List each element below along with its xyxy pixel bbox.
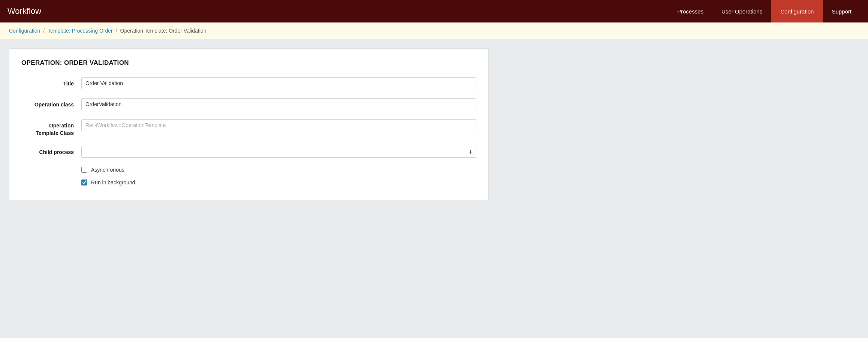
breadcrumb-sep-2: /	[116, 28, 117, 34]
checkbox-run-in-background[interactable]	[81, 179, 87, 185]
checkbox-asynchronous[interactable]	[81, 167, 87, 173]
checkbox-item-run-in-background[interactable]: Run in background	[81, 179, 476, 185]
nav-link-configuration[interactable]: Configuration	[771, 0, 823, 22]
breadcrumb-template[interactable]: Template: Processing Order	[48, 28, 113, 34]
input-title[interactable]	[81, 77, 476, 89]
checkbox-label-run-in-background: Run in background	[91, 179, 135, 185]
label-operation-class: Operation class	[21, 98, 81, 109]
breadcrumb: Configuration / Template: Processing Ord…	[9, 28, 859, 34]
checkbox-label-asynchronous: Asynchronous	[91, 167, 124, 173]
label-operation-template-class: Operation Template Class	[21, 119, 81, 137]
navbar: Workflow Processes User Operations Confi…	[0, 0, 868, 22]
nav-link-support[interactable]: Support	[823, 0, 861, 22]
label-title: Title	[21, 77, 81, 88]
select-child-process[interactable]	[81, 146, 476, 158]
nav-link-processes[interactable]: Processes	[668, 0, 712, 22]
breadcrumb-bar: Configuration / Template: Processing Ord…	[0, 22, 868, 39]
form-group-operation-template-class: Operation Template Class	[21, 119, 476, 137]
select-wrapper-child-process	[81, 146, 476, 158]
form-group-operation-class: Operation class	[21, 98, 476, 110]
nav-link-user-operations[interactable]: User Operations	[712, 0, 771, 22]
main-content: OPERATION: ORDER VALIDATION Title Operat…	[0, 39, 868, 210]
breadcrumb-configuration[interactable]: Configuration	[9, 28, 40, 34]
form-group-title: Title	[21, 77, 476, 89]
navbar-links: Processes User Operations Configuration …	[668, 0, 861, 22]
input-operation-class[interactable]	[81, 98, 476, 110]
label-child-process: Child process	[21, 146, 81, 156]
input-operation-template-class[interactable]	[81, 119, 476, 131]
form-group-child-process: Child process	[21, 146, 476, 158]
breadcrumb-current: Operation Template: Order Validation	[120, 28, 207, 34]
form-title: OPERATION: ORDER VALIDATION	[21, 59, 476, 67]
form-card: OPERATION: ORDER VALIDATION Title Operat…	[9, 48, 489, 201]
checkbox-group: Asynchronous Run in background	[81, 167, 476, 185]
checkbox-item-asynchronous[interactable]: Asynchronous	[81, 167, 476, 173]
navbar-brand: Workflow	[7, 6, 668, 16]
breadcrumb-sep-1: /	[43, 28, 45, 34]
